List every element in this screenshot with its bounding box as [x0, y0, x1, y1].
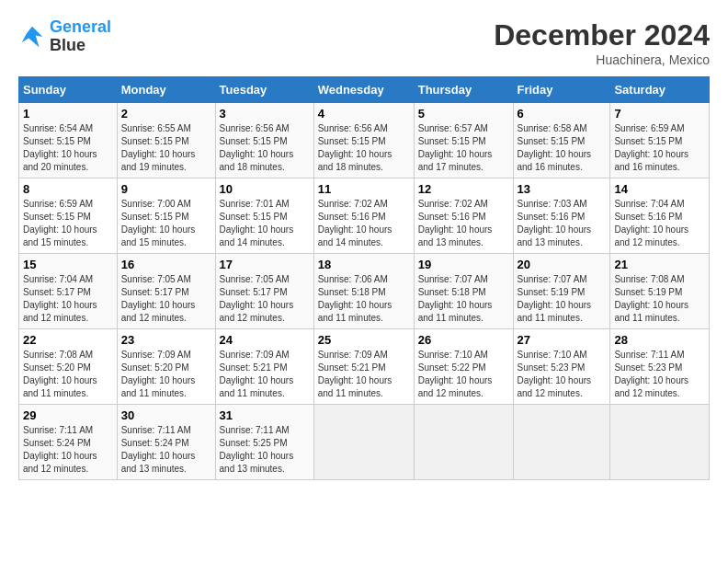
- table-row: 13 Sunrise: 7:03 AM Sunset: 5:16 PM Dayl…: [513, 178, 610, 254]
- day-info: Sunrise: 7:03 AM Sunset: 5:16 PM Dayligh…: [518, 198, 607, 249]
- table-row: [414, 405, 513, 480]
- day-info: Sunrise: 7:09 AM Sunset: 5:20 PM Dayligh…: [121, 349, 211, 400]
- table-row: 11 Sunrise: 7:02 AM Sunset: 5:16 PM Dayl…: [313, 178, 414, 254]
- day-number: 24: [220, 333, 310, 347]
- day-number: 9: [121, 182, 211, 196]
- table-row: 3 Sunrise: 6:56 AM Sunset: 5:15 PM Dayli…: [215, 103, 313, 178]
- title-block: December 2024 Huachinera, Mexico: [494, 18, 710, 67]
- table-row: 25 Sunrise: 7:09 AM Sunset: 5:21 PM Dayl…: [313, 329, 414, 405]
- day-info: Sunrise: 7:05 AM Sunset: 5:17 PM Dayligh…: [121, 273, 211, 325]
- table-row: 7 Sunrise: 6:59 AM Sunset: 5:15 PM Dayli…: [610, 103, 710, 178]
- col-sunday: Sunday: [19, 77, 118, 103]
- day-number: 5: [418, 107, 509, 121]
- header-row: Sunday Monday Tuesday Wednesday Thursday…: [19, 77, 710, 103]
- table-row: 23 Sunrise: 7:09 AM Sunset: 5:20 PM Dayl…: [117, 329, 215, 405]
- svg-marker-0: [22, 27, 43, 48]
- calendar-row: 1 Sunrise: 6:54 AM Sunset: 5:15 PM Dayli…: [19, 103, 710, 178]
- day-number: 3: [220, 107, 310, 121]
- day-info: Sunrise: 7:09 AM Sunset: 5:21 PM Dayligh…: [220, 349, 310, 400]
- day-number: 27: [518, 333, 607, 347]
- day-number: 6: [518, 107, 607, 121]
- day-info: Sunrise: 7:05 AM Sunset: 5:17 PM Dayligh…: [220, 273, 310, 325]
- table-row: [513, 405, 610, 480]
- day-info: Sunrise: 7:04 AM Sunset: 5:16 PM Dayligh…: [614, 198, 705, 249]
- day-number: 21: [614, 258, 705, 271]
- day-info: Sunrise: 7:11 AM Sunset: 5:24 PM Dayligh…: [121, 424, 211, 476]
- day-number: 31: [220, 408, 310, 422]
- col-monday: Monday: [117, 77, 215, 103]
- day-info: Sunrise: 7:00 AM Sunset: 5:15 PM Dayligh…: [121, 198, 211, 249]
- table-row: 6 Sunrise: 6:58 AM Sunset: 5:15 PM Dayli…: [513, 103, 610, 178]
- calendar-row: 15 Sunrise: 7:04 AM Sunset: 5:17 PM Dayl…: [19, 254, 710, 329]
- day-number: 7: [614, 107, 705, 121]
- day-number: 22: [23, 333, 113, 347]
- table-row: 5 Sunrise: 6:57 AM Sunset: 5:15 PM Dayli…: [414, 103, 513, 178]
- day-number: 26: [418, 333, 509, 347]
- day-number: 1: [23, 107, 113, 121]
- day-number: 23: [121, 333, 211, 347]
- calendar-row: 8 Sunrise: 6:59 AM Sunset: 5:15 PM Dayli…: [19, 178, 710, 254]
- page-header: General Blue December 2024 Huachinera, M…: [18, 18, 710, 67]
- day-info: Sunrise: 7:09 AM Sunset: 5:21 PM Dayligh…: [318, 349, 410, 400]
- day-info: Sunrise: 7:10 AM Sunset: 5:23 PM Dayligh…: [518, 349, 607, 400]
- day-info: Sunrise: 6:56 AM Sunset: 5:15 PM Dayligh…: [220, 122, 310, 174]
- day-info: Sunrise: 7:11 AM Sunset: 5:23 PM Dayligh…: [614, 349, 705, 400]
- day-info: Sunrise: 6:59 AM Sunset: 5:15 PM Dayligh…: [614, 122, 705, 174]
- day-number: 14: [614, 182, 705, 196]
- day-number: 11: [318, 182, 410, 196]
- day-info: Sunrise: 6:57 AM Sunset: 5:15 PM Dayligh…: [418, 122, 509, 174]
- day-number: 25: [318, 333, 410, 347]
- location: Huachinera, Mexico: [494, 52, 710, 67]
- day-number: 29: [23, 408, 113, 422]
- table-row: 30 Sunrise: 7:11 AM Sunset: 5:24 PM Dayl…: [117, 405, 215, 480]
- table-row: 20 Sunrise: 7:07 AM Sunset: 5:19 PM Dayl…: [513, 254, 610, 329]
- table-row: 2 Sunrise: 6:55 AM Sunset: 5:15 PM Dayli…: [117, 103, 215, 178]
- day-info: Sunrise: 7:04 AM Sunset: 5:17 PM Dayligh…: [23, 273, 113, 325]
- day-info: Sunrise: 6:59 AM Sunset: 5:15 PM Dayligh…: [23, 198, 113, 249]
- day-number: 10: [220, 182, 310, 196]
- table-row: 29 Sunrise: 7:11 AM Sunset: 5:24 PM Dayl…: [19, 405, 118, 480]
- table-row: 31 Sunrise: 7:11 AM Sunset: 5:25 PM Dayl…: [215, 405, 313, 480]
- day-number: 13: [518, 182, 607, 196]
- table-row: 21 Sunrise: 7:08 AM Sunset: 5:19 PM Dayl…: [610, 254, 710, 329]
- day-number: 20: [518, 258, 607, 271]
- table-row: 1 Sunrise: 6:54 AM Sunset: 5:15 PM Dayli…: [19, 103, 118, 178]
- col-tuesday: Tuesday: [215, 77, 313, 103]
- table-row: 26 Sunrise: 7:10 AM Sunset: 5:22 PM Dayl…: [414, 329, 513, 405]
- logo: General Blue: [18, 18, 111, 55]
- table-row: 17 Sunrise: 7:05 AM Sunset: 5:17 PM Dayl…: [215, 254, 313, 329]
- day-info: Sunrise: 6:56 AM Sunset: 5:15 PM Dayligh…: [318, 122, 410, 174]
- day-info: Sunrise: 6:54 AM Sunset: 5:15 PM Dayligh…: [23, 122, 113, 174]
- day-info: Sunrise: 7:07 AM Sunset: 5:18 PM Dayligh…: [418, 273, 509, 325]
- table-row: 9 Sunrise: 7:00 AM Sunset: 5:15 PM Dayli…: [117, 178, 215, 254]
- day-number: 4: [318, 107, 410, 121]
- day-number: 15: [23, 258, 113, 271]
- table-row: 12 Sunrise: 7:02 AM Sunset: 5:16 PM Dayl…: [414, 178, 513, 254]
- month-title: December 2024: [494, 18, 710, 52]
- day-info: Sunrise: 7:02 AM Sunset: 5:16 PM Dayligh…: [318, 198, 410, 249]
- day-number: 17: [220, 258, 310, 271]
- table-row: 28 Sunrise: 7:11 AM Sunset: 5:23 PM Dayl…: [610, 329, 710, 405]
- day-number: 16: [121, 258, 211, 271]
- day-info: Sunrise: 7:10 AM Sunset: 5:22 PM Dayligh…: [418, 349, 509, 400]
- table-row: 27 Sunrise: 7:10 AM Sunset: 5:23 PM Dayl…: [513, 329, 610, 405]
- table-row: 14 Sunrise: 7:04 AM Sunset: 5:16 PM Dayl…: [610, 178, 710, 254]
- table-row: 22 Sunrise: 7:08 AM Sunset: 5:20 PM Dayl…: [19, 329, 118, 405]
- day-number: 8: [23, 182, 113, 196]
- day-info: Sunrise: 7:06 AM Sunset: 5:18 PM Dayligh…: [318, 273, 410, 325]
- table-row: [610, 405, 710, 480]
- day-info: Sunrise: 7:08 AM Sunset: 5:19 PM Dayligh…: [614, 273, 705, 325]
- day-number: 28: [614, 333, 705, 347]
- day-number: 19: [418, 258, 509, 271]
- col-wednesday: Wednesday: [313, 77, 414, 103]
- day-number: 12: [418, 182, 509, 196]
- table-row: 8 Sunrise: 6:59 AM Sunset: 5:15 PM Dayli…: [19, 178, 118, 254]
- table-row: 16 Sunrise: 7:05 AM Sunset: 5:17 PM Dayl…: [117, 254, 215, 329]
- day-info: Sunrise: 7:11 AM Sunset: 5:25 PM Dayligh…: [220, 424, 310, 476]
- col-friday: Friday: [513, 77, 610, 103]
- logo-text: General Blue: [50, 18, 111, 55]
- day-info: Sunrise: 7:11 AM Sunset: 5:24 PM Dayligh…: [23, 424, 113, 476]
- col-thursday: Thursday: [414, 77, 513, 103]
- calendar-table: Sunday Monday Tuesday Wednesday Thursday…: [18, 76, 710, 480]
- day-info: Sunrise: 7:08 AM Sunset: 5:20 PM Dayligh…: [23, 349, 113, 400]
